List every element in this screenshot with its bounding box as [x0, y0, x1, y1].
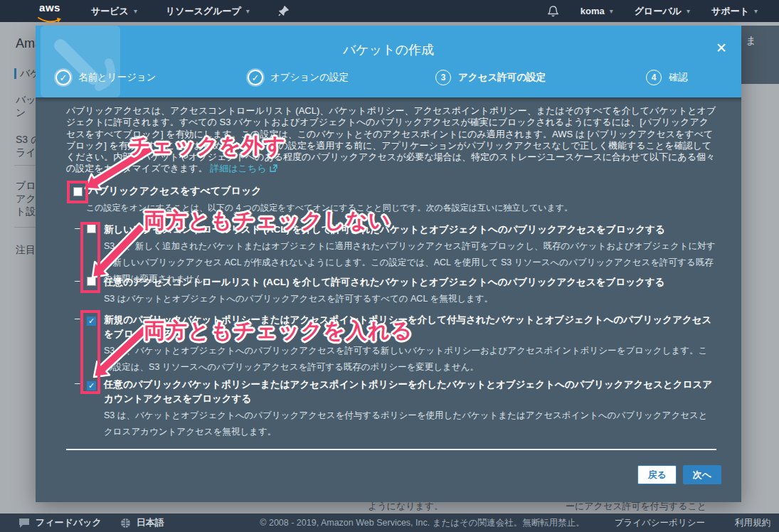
check-icon: ✓ — [88, 317, 95, 325]
step-configure-options[interactable]: ✓ オプションの設定 — [248, 70, 349, 85]
nav-region-label: グローバル — [635, 5, 682, 18]
learn-more-link[interactable]: 詳細はこちら — [210, 163, 277, 174]
footer-divider — [66, 449, 716, 450]
public-access-intro-text: パブリックアクセスは、アクセスコントロールリスト (ACL)、バケットポリシー、… — [66, 105, 716, 175]
block-any-acls-row: – ✓ 任意のアクセスコントロールリスト (ACL) を介して許可されたバケット… — [75, 275, 719, 307]
nav-services-menu[interactable]: サービス ▾ — [91, 5, 137, 18]
block-new-policies-checkbox[interactable]: ✓ — [87, 316, 96, 326]
block-any-acls-checkbox[interactable]: ✓ — [87, 277, 96, 286]
nav-username-label: koma — [581, 6, 605, 16]
next-button[interactable]: 次へ — [683, 465, 721, 484]
step-name-and-region[interactable]: ✓ 名前とリージョン — [55, 70, 157, 85]
feedback-label: フィードバック — [36, 516, 102, 529]
item-dash: – — [75, 275, 83, 307]
console-footer: フィードバック 日本語 © 2008 - 2019, Amazon Web Se… — [0, 514, 779, 532]
bell-icon[interactable] — [548, 6, 559, 17]
block-any-policies-row: – ✓ 任意のパブリックバケットポリシーまたはアクセスポイントポリシーを介したバ… — [75, 378, 719, 440]
block-any-acls-desc: S3 はバケットとオブジェクトへのパブリックアクセスを許可するすべての ACL … — [104, 291, 716, 307]
item-dash: – — [75, 313, 83, 376]
aws-smile-icon — [37, 17, 63, 23]
nav-services-label: サービス — [91, 5, 129, 18]
nav-account-menu[interactable]: koma ▾ — [581, 6, 613, 16]
block-all-public-access-checkbox[interactable]: ✓ — [73, 187, 83, 196]
block-any-policies-title: 任意のパブリックバケットポリシーまたはアクセスポイントポリシーを介したバケットと… — [104, 378, 716, 406]
check-icon: ✓ — [88, 382, 95, 390]
step-set-permissions-active[interactable]: 3 アクセス許可の設定 — [435, 70, 546, 85]
chevron-down-icon: ▾ — [134, 7, 137, 15]
nav-region-menu[interactable]: グローバル ▾ — [635, 5, 690, 18]
nav-resource-groups-menu[interactable]: リソースグループ ▾ — [166, 5, 250, 18]
bg-sidebar-item-fragment: 注目 — [16, 243, 36, 256]
language-selector[interactable]: 日本語 — [120, 516, 164, 529]
terms-link[interactable]: 利用規約 — [735, 517, 770, 529]
create-bucket-dialog: バケットの作成 ✕ ✓ 名前とリージョン ✓ オプションの設定 3 アクセス許可… — [36, 26, 741, 502]
feedback-button[interactable]: フィードバック — [18, 516, 102, 529]
chevron-down-icon: ▾ — [754, 7, 758, 15]
chevron-down-icon: ▾ — [610, 7, 613, 15]
block-new-acls-checkbox[interactable]: ✓ — [87, 224, 96, 233]
step-complete-icon: ✓ — [248, 70, 263, 85]
chevron-down-icon: ▾ — [687, 7, 690, 15]
block-all-note: この設定をオンにすることは、以下の 4 つの設定をすべてオンにすることと同じです… — [86, 202, 573, 214]
nav-resource-groups-label: リソースグループ — [166, 5, 241, 18]
speech-bubble-icon — [18, 518, 30, 528]
back-button[interactable]: 戻る — [637, 465, 676, 484]
active-sidebar-marker — [14, 68, 16, 79]
aws-logo[interactable]: aws — [37, 2, 63, 21]
bg-right-text-fragment: ま — [746, 34, 756, 46]
block-new-policies-desc: S3 は、バケットとオブジェクトへのパブリックアクセスを許可する新しいバケットポ… — [104, 343, 716, 376]
block-any-policies-desc: S3 は、バケットとオブジェクトへのパブリックアクセスを付与するポリシーを使用し… — [104, 408, 716, 440]
globe-icon — [120, 518, 131, 528]
block-any-policies-checkbox[interactable]: ✓ — [87, 381, 96, 390]
bg-right-panel-fragment: ま — [741, 26, 779, 84]
block-new-policies-row: – ✓ 新規のパブリックバケットポリシーまたはアクセスポイントポリシーを介して付… — [75, 313, 719, 376]
aws-console-navbar: aws サービス ▾ リソースグループ ▾ koma ▾ グローバル ▾ サポー… — [0, 0, 779, 22]
block-all-public-access-label: パブリックアクセスをすべてブロック — [88, 185, 262, 198]
block-new-policies-title: 新規のパブリックバケットポリシーまたはアクセスポイントポリシーを介して付与された… — [104, 313, 716, 341]
step-label: アクセス許可の設定 — [458, 71, 546, 84]
intro-paragraph: パブリックアクセスは、アクセスコントロールリスト (ACL)、バケットポリシー、… — [66, 105, 716, 174]
step-review[interactable]: 4 確認 — [646, 70, 688, 85]
nav-support-menu[interactable]: サポート ▾ — [711, 5, 758, 18]
step-label: 名前とリージョン — [78, 71, 157, 84]
external-link-icon — [270, 164, 277, 172]
pushpin-icon[interactable] — [278, 6, 290, 17]
aws-logo-text: aws — [37, 2, 63, 14]
wizard-steps: ✓ 名前とリージョン ✓ オプションの設定 3 アクセス許可の設定 4 確認 — [36, 70, 741, 90]
step-label: 確認 — [669, 71, 688, 84]
block-any-acls-title: 任意のアクセスコントロールリスト (ACL) を介して許可されたバケットとオブジ… — [104, 275, 716, 289]
dialog-header: バケットの作成 ✕ ✓ 名前とリージョン ✓ オプションの設定 3 アクセス許可… — [36, 26, 741, 97]
copyright-text: © 2008 - 2019, Amazon Web Services, Inc.… — [260, 517, 584, 529]
language-label: 日本語 — [137, 516, 164, 529]
block-new-acls-title: 新しいアクセスコントロールリスト (ACL) を介して許可されたバケットとオブジ… — [104, 223, 716, 237]
dialog-title: バケットの作成 — [36, 41, 741, 58]
nav-support-label: サポート — [711, 5, 749, 18]
item-dash: – — [75, 378, 83, 440]
bg-sidebar-item-fragment: ブロ アク ト設 — [16, 179, 36, 218]
chevron-down-icon: ▾ — [246, 7, 250, 15]
step-label: オプションの設定 — [270, 71, 349, 84]
step-number-icon: 4 — [646, 70, 662, 85]
dialog-body: パブリックアクセスは、アクセスコントロールリスト (ACL)、バケットポリシー、… — [36, 97, 741, 502]
privacy-policy-link[interactable]: プライバシーポリシー — [615, 517, 705, 529]
step-complete-icon: ✓ — [55, 70, 71, 85]
close-icon[interactable]: ✕ — [716, 41, 727, 55]
bg-sidebar-item-fragment: バッ ン — [16, 93, 36, 119]
step-number-icon: 3 — [435, 70, 451, 85]
